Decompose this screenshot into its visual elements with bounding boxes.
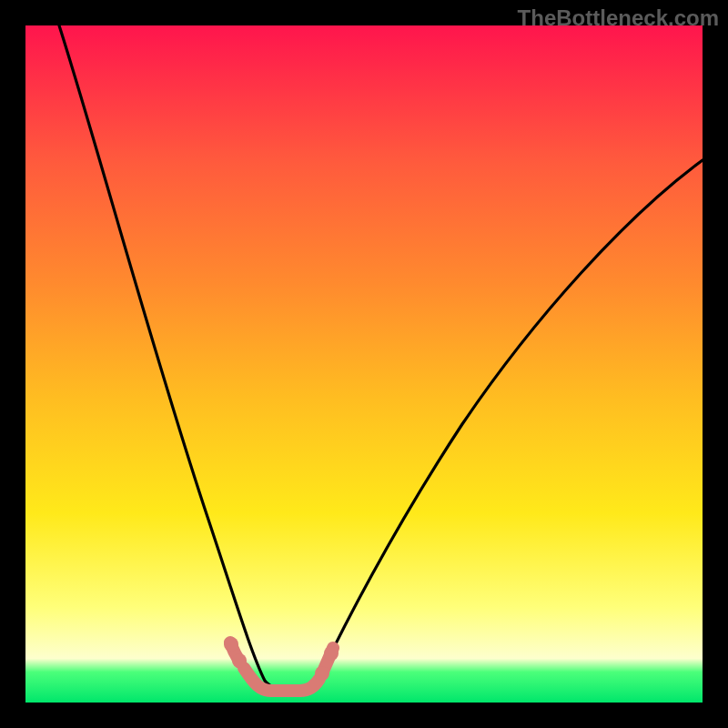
curve-layer [25,25,703,703]
overlay-dot-left-2 [232,653,247,668]
outer-frame: TheBottleneck.com [0,0,728,728]
overlay-dot-right-2 [324,646,339,661]
plot-area [25,25,703,703]
watermark-text: TheBottleneck.com [518,5,719,31]
overlay-dot-right-1 [315,666,329,681]
overlay-dot-left-1 [224,637,238,652]
v-curve [59,25,703,691]
valley-overlay-stroke [230,642,333,691]
